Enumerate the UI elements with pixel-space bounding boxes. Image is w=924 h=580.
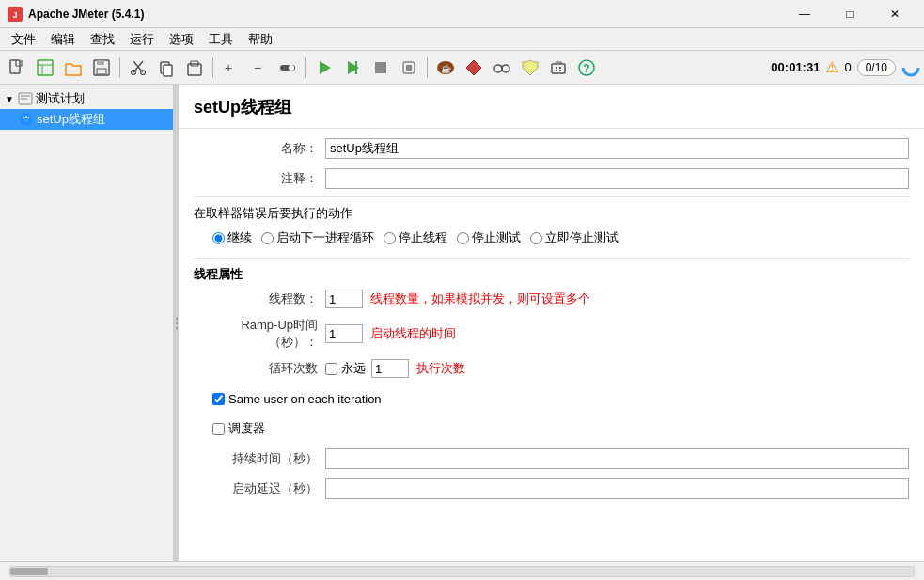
duration-input[interactable] (325, 448, 909, 469)
thread-count-input[interactable] (325, 290, 363, 308)
svg-rect-26 (406, 65, 412, 71)
maximize-button[interactable]: □ (828, 0, 871, 28)
panel-title: setUp线程组 (179, 85, 924, 129)
toolbar-right: 00:01:31 ⚠ 0 0/10 (771, 58, 920, 77)
name-row: 名称： (194, 136, 909, 161)
new-button[interactable] (4, 55, 30, 81)
startup-delay-label: 启动延迟（秒） (194, 480, 325, 497)
thread-count-label: 线程数： (194, 290, 325, 307)
comment-row: 注释： (194, 166, 909, 191)
script-button[interactable]: ☕ (432, 55, 459, 81)
templates-button[interactable] (32, 55, 58, 81)
start-button[interactable] (311, 55, 337, 81)
loop-forever-checkbox[interactable] (325, 363, 337, 375)
menu-help[interactable]: 帮助 (241, 29, 280, 50)
close-button[interactable]: ✕ (873, 0, 916, 28)
svg-text:−: − (254, 60, 261, 75)
test-plan-label: 测试计划 (36, 90, 85, 107)
svg-text:+: + (225, 60, 232, 75)
clear-all-button[interactable] (517, 55, 543, 81)
cut-button[interactable] (125, 55, 151, 81)
radio-continue[interactable]: 继续 (212, 229, 252, 246)
sidebar-item-setup-thread-group[interactable]: setUp线程组 (0, 109, 173, 130)
svg-text:J: J (12, 10, 17, 20)
scheduler-checkbox[interactable] (212, 423, 225, 435)
thread-count: 0/10 (857, 59, 896, 76)
save-button[interactable] (88, 55, 115, 81)
radio-stop-test[interactable]: 停止测试 (457, 229, 521, 246)
loop-label: 循环次数 (194, 360, 325, 377)
window-title: Apache JMeter (5.4.1) (28, 8, 144, 21)
horizontal-scrollbar[interactable] (9, 566, 915, 577)
toggle-button[interactable] (274, 55, 301, 81)
radio-stop-thread[interactable]: 停止线程 (384, 229, 447, 246)
stop-button[interactable] (368, 55, 394, 81)
menu-bar: 文件 编辑 查找 运行 选项 工具 帮助 (0, 28, 924, 51)
title-bar: J Apache JMeter (5.4.1) — □ ✕ (0, 0, 924, 28)
radio-stop-now[interactable]: 立即停止测试 (530, 229, 619, 246)
svg-point-48 (24, 118, 28, 121)
menu-edit[interactable]: 编辑 (43, 29, 83, 50)
loop-forever-checkbox-label[interactable]: 永远 (325, 360, 366, 377)
svg-point-43 (903, 60, 918, 75)
startup-delay-input[interactable] (325, 478, 909, 499)
spinner-icon (901, 58, 920, 77)
scheduler-checkbox-label[interactable]: 调度器 (212, 420, 265, 437)
startup-delay-row: 启动延迟（秒） (194, 477, 909, 501)
sidebar-item-test-plan[interactable]: ▼ 测试计划 (0, 88, 173, 109)
paste-button[interactable] (181, 55, 208, 81)
menu-file[interactable]: 文件 (4, 29, 43, 50)
sep2 (212, 57, 213, 78)
drag-dots (176, 318, 178, 329)
svg-rect-40 (559, 70, 561, 71)
setup-thread-label: setUp线程组 (37, 111, 105, 128)
timer-display: 00:01:31 (771, 60, 820, 74)
copy-button[interactable] (153, 55, 180, 81)
sampler-button[interactable] (461, 55, 487, 81)
duration-row: 持续时间（秒） (194, 447, 909, 471)
expand-button[interactable]: + (218, 55, 244, 81)
svg-rect-24 (375, 62, 386, 73)
svg-marker-23 (355, 61, 357, 74)
svg-marker-21 (320, 61, 331, 74)
start-no-pause-button[interactable] (339, 55, 366, 81)
remote-button[interactable] (545, 55, 572, 81)
help-button[interactable]: ? (573, 55, 600, 81)
menu-tools[interactable]: 工具 (201, 29, 241, 50)
name-input[interactable] (325, 138, 909, 159)
svg-rect-37 (556, 67, 557, 69)
error-count: 0 (844, 60, 851, 74)
comment-input[interactable] (325, 168, 909, 189)
binoculars-button[interactable] (489, 55, 515, 81)
shutdown-button[interactable] (396, 55, 422, 81)
duration-label: 持续时间（秒） (194, 450, 325, 467)
menu-options[interactable]: 选项 (162, 29, 201, 50)
rampup-annotation: 启动线程的时间 (370, 325, 456, 342)
error-action-header: 在取样器错误后要执行的动作 (194, 196, 909, 226)
collapse-button[interactable]: − (246, 55, 273, 81)
svg-point-20 (289, 65, 294, 71)
same-user-checkbox[interactable] (212, 393, 225, 405)
thread-count-row: 线程数： 线程数量，如果模拟并发，则可设置多个 (194, 287, 909, 311)
thread-count-annotation: 线程数量，如果模拟并发，则可设置多个 (370, 290, 590, 307)
radio-next-loop[interactable]: 启动下一进程循环 (261, 229, 374, 246)
loop-count-input[interactable] (371, 359, 409, 378)
same-user-checkbox-label[interactable]: Same user on each iteration (212, 392, 382, 406)
sep3 (305, 57, 306, 78)
menu-find[interactable]: 查找 (83, 29, 122, 50)
rampup-input[interactable] (325, 324, 363, 343)
minimize-button[interactable]: — (783, 0, 826, 28)
svg-marker-22 (348, 61, 359, 74)
scrollbar-thumb (10, 568, 48, 575)
svg-text:?: ? (583, 62, 589, 75)
app-icon: J (8, 7, 23, 22)
rampup-row: Ramp-Up时间（秒）： 启动线程的时间 (194, 317, 909, 351)
svg-rect-8 (97, 69, 106, 74)
error-action-radio-group: 继续 启动下一进程循环 停止线程 停止测试 (212, 229, 619, 246)
sep1 (119, 57, 120, 78)
title-bar-controls: — □ ✕ (783, 0, 916, 28)
sep4 (427, 57, 428, 78)
menu-run[interactable]: 运行 (122, 29, 162, 50)
tree-toggle[interactable]: ▼ (4, 93, 15, 104)
open-button[interactable] (60, 55, 86, 81)
